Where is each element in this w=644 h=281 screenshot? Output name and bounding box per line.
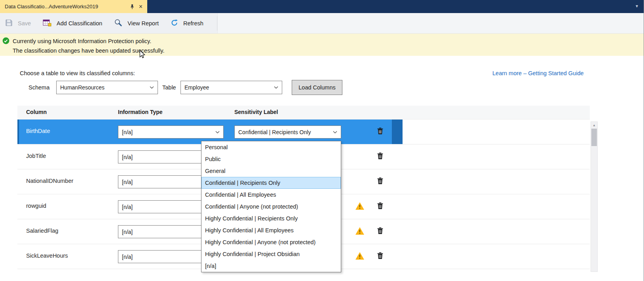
save-icon <box>5 19 13 28</box>
sensitivity-label-select[interactable]: Confidential | Recipients Only <box>234 125 341 139</box>
chevron-down-icon <box>272 86 278 89</box>
chevron-down-icon <box>147 86 154 89</box>
toolbar: Save Add Classification View Report <box>0 13 644 34</box>
header-column: Column <box>26 109 47 115</box>
warning-icon <box>355 252 365 262</box>
delete-classification-button[interactable] <box>377 152 383 161</box>
toolbar-spacer <box>217 13 644 33</box>
column-name: NationalIDNumber <box>26 178 73 184</box>
dropdown-option[interactable]: Personal <box>201 141 341 153</box>
magnifier-icon <box>114 19 122 28</box>
information-type-value: [n/a] <box>122 129 133 135</box>
dropdown-option[interactable]: General <box>201 165 341 177</box>
document-tab-title: Data Classificatio...AdventureWorks2019 <box>5 4 126 9</box>
chevron-down-icon <box>331 131 337 133</box>
schema-value: HumanResources <box>60 84 104 91</box>
close-icon[interactable]: × <box>138 4 143 10</box>
pin-icon[interactable] <box>130 4 135 9</box>
dropdown-option[interactable]: Highly Confidential | Project Obsidian <box>201 248 341 260</box>
schema-label: Schema <box>28 84 49 91</box>
delete-classification-button[interactable] <box>377 177 383 186</box>
dropdown-option[interactable]: [n/a] <box>201 260 341 272</box>
refresh-icon <box>171 19 178 28</box>
add-classification-icon <box>43 19 51 28</box>
delete-classification-button[interactable] <box>377 202 383 211</box>
document-tab[interactable]: Data Classificatio...AdventureWorks2019 … <box>0 0 147 13</box>
information-type-value: [n/a] <box>122 254 133 260</box>
choose-table-label: Choose a table to view its classified co… <box>20 70 135 76</box>
scrollbar-up-icon[interactable]: ▲ <box>591 122 597 128</box>
tab-list-dropdown-icon[interactable]: ▼ <box>635 4 639 8</box>
view-report-label: View Report <box>127 20 159 27</box>
dropdown-option[interactable]: Confidential | Anyone (not protected) <box>201 201 341 213</box>
scrollbar-thumb[interactable] <box>591 129 597 146</box>
information-type-value: [n/a] <box>122 154 133 160</box>
mouse-cursor <box>139 50 145 61</box>
selection-highlight-end <box>392 120 403 144</box>
warning-icon <box>355 227 365 237</box>
add-classification-button[interactable]: Add Classification <box>43 19 102 28</box>
load-columns-button[interactable]: Load Columns <box>292 80 342 95</box>
header-information-type: Information Type <box>118 109 163 115</box>
refresh-button[interactable]: Refresh <box>171 19 203 28</box>
information-type-select[interactable]: [n/a] <box>118 125 224 139</box>
grid-header: Column Information Type Sensitivity Labe… <box>17 106 590 120</box>
save-label: Save <box>18 20 31 27</box>
column-name: rowguid <box>26 203 46 209</box>
dropdown-option[interactable]: Confidential | All Employees <box>201 189 341 201</box>
column-name: JobTitle <box>26 153 46 159</box>
delete-classification-button[interactable] <box>377 227 383 236</box>
notice-line-2: The classification changes have been upd… <box>13 46 640 55</box>
add-classification-label: Add Classification <box>57 20 102 27</box>
table-select[interactable]: Employee <box>180 81 282 94</box>
dropdown-option-selected[interactable]: Confidential | Recipients Only <box>201 177 341 189</box>
load-columns-label: Load Columns <box>298 84 336 91</box>
information-type-value: [n/a] <box>122 179 133 185</box>
dropdown-option[interactable]: Public <box>201 153 341 165</box>
view-report-button[interactable]: View Report <box>114 19 159 28</box>
information-type-value: [n/a] <box>122 229 133 235</box>
document-tab-strip: Data Classificatio...AdventureWorks2019 … <box>0 0 644 13</box>
table-label: Table <box>162 84 176 91</box>
sensitivity-label-value: Confidential | Recipients Only <box>238 129 311 135</box>
dropdown-option[interactable]: Highly Confidential | Anyone (not protec… <box>201 236 341 248</box>
success-check-icon <box>2 37 9 47</box>
learn-more-link[interactable]: Learn more – Getting Started Guide <box>492 70 584 76</box>
table-value: Employee <box>184 84 209 91</box>
data-classification-window: Data Classificatio...AdventureWorks2019 … <box>0 0 644 281</box>
notice-line-1: Currently using Microsoft Information Pr… <box>13 36 640 46</box>
header-sensitivity-label: Sensitivity Label <box>234 109 278 115</box>
chevron-down-icon <box>213 131 220 133</box>
column-name: SalariedFlag <box>26 228 58 234</box>
schema-select[interactable]: HumanResources <box>56 81 158 94</box>
grid-scrollbar[interactable]: ▲ <box>591 122 598 272</box>
dropdown-option[interactable]: Highly Confidential | Recipients Only <box>201 213 341 224</box>
sensitivity-dropdown-popup: Personal Public General Confidential | R… <box>201 141 341 272</box>
status-notice: Currently using Microsoft Information Pr… <box>0 34 644 56</box>
warning-icon <box>355 202 365 212</box>
column-name: SickLeaveHours <box>26 253 68 259</box>
dropdown-option[interactable]: Highly Confidential | All Employees <box>201 224 341 236</box>
information-type-value: [n/a] <box>122 204 133 210</box>
delete-classification-button[interactable] <box>377 252 383 261</box>
save-button[interactable]: Save <box>5 19 31 28</box>
refresh-label: Refresh <box>183 20 203 27</box>
column-name: BirthDate <box>26 128 50 134</box>
delete-classification-button[interactable] <box>377 127 383 136</box>
